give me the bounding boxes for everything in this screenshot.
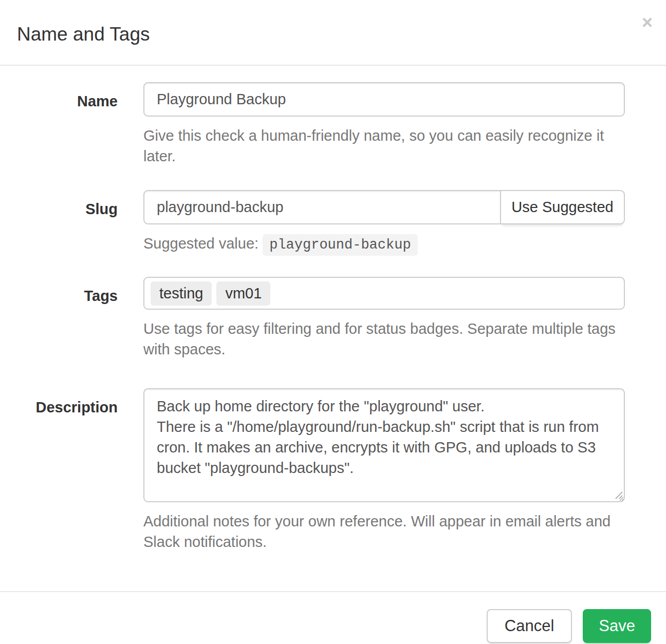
name-form-row: Name Give this check a human-friendly na… — [0, 82, 625, 166]
tags-input[interactable]: testing vm01 — [143, 277, 625, 310]
save-button[interactable]: Save — [583, 609, 651, 643]
name-input[interactable] — [143, 82, 625, 117]
description-textarea[interactable]: Back up home directory for the "playgrou… — [143, 388, 625, 502]
dialog-header: Name and Tags × — [0, 0, 666, 66]
name-and-tags-dialog: Name and Tags × Name Give this check a h… — [0, 0, 666, 644]
tags-label: Tags — [0, 277, 143, 305]
dialog-footer: Cancel Save — [0, 591, 666, 644]
cancel-button[interactable]: Cancel — [487, 609, 572, 643]
tags-form-row: Tags testing vm01 Use tags for easy filt… — [0, 277, 625, 359]
name-label: Name — [0, 82, 143, 110]
suggested-value-code: playground-backup — [263, 234, 417, 256]
slug-label: Slug — [0, 190, 143, 218]
close-icon[interactable]: × — [642, 13, 653, 32]
use-suggested-button[interactable]: Use Suggested — [500, 190, 625, 224]
description-form-row: Description Back up home directory for t… — [0, 388, 625, 552]
tag-chip[interactable]: testing — [151, 281, 212, 306]
description-label: Description — [0, 388, 143, 416]
description-help-text: Additional notes for your own reference.… — [143, 511, 625, 552]
slug-form-row: Slug Use Suggested Suggested value: play… — [0, 190, 625, 255]
tag-chip[interactable]: vm01 — [216, 281, 270, 306]
dialog-title: Name and Tags — [17, 24, 649, 45]
slug-input[interactable] — [143, 190, 501, 224]
suggested-value-prefix: Suggested value: — [143, 235, 258, 252]
name-help-text: Give this check a human-friendly name, s… — [143, 125, 625, 166]
tags-help-text: Use tags for easy filtering and for stat… — [143, 318, 625, 359]
slug-help-text: Suggested value: playground-backup — [143, 233, 625, 255]
dialog-body: Name Give this check a human-friendly na… — [0, 66, 666, 591]
